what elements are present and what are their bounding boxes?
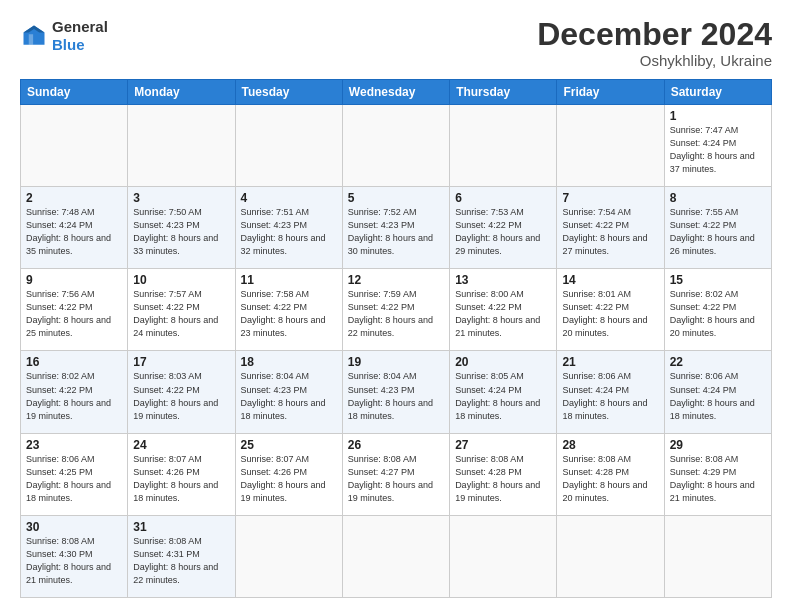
day-number: 2 <box>26 191 122 205</box>
cell-info: Sunrise: 8:01 AMSunset: 4:22 PMDaylight:… <box>562 288 658 340</box>
day-number: 9 <box>26 273 122 287</box>
calendar-cell: 31Sunrise: 8:08 AMSunset: 4:31 PMDayligh… <box>128 515 235 597</box>
day-number: 12 <box>348 273 444 287</box>
col-thursday: Thursday <box>450 80 557 105</box>
calendar-cell: 8Sunrise: 7:55 AMSunset: 4:22 PMDaylight… <box>664 187 771 269</box>
day-number: 8 <box>670 191 766 205</box>
day-number: 1 <box>670 109 766 123</box>
week-row: 16Sunrise: 8:02 AMSunset: 4:22 PMDayligh… <box>21 351 772 433</box>
cell-info: Sunrise: 8:08 AMSunset: 4:28 PMDaylight:… <box>455 453 551 505</box>
calendar-cell: 28Sunrise: 8:08 AMSunset: 4:28 PMDayligh… <box>557 433 664 515</box>
cell-info: Sunrise: 8:08 AMSunset: 4:27 PMDaylight:… <box>348 453 444 505</box>
day-number: 23 <box>26 438 122 452</box>
day-number: 25 <box>241 438 337 452</box>
cell-info: Sunrise: 7:58 AMSunset: 4:22 PMDaylight:… <box>241 288 337 340</box>
calendar-cell: 2Sunrise: 7:48 AMSunset: 4:24 PMDaylight… <box>21 187 128 269</box>
cell-info: Sunrise: 7:47 AMSunset: 4:24 PMDaylight:… <box>670 124 766 176</box>
calendar-cell: 25Sunrise: 8:07 AMSunset: 4:26 PMDayligh… <box>235 433 342 515</box>
cell-info: Sunrise: 8:04 AMSunset: 4:23 PMDaylight:… <box>241 370 337 422</box>
logo-blue-text: Blue <box>52 36 85 53</box>
cell-info: Sunrise: 8:08 AMSunset: 4:29 PMDaylight:… <box>670 453 766 505</box>
logo: General Blue <box>20 18 108 54</box>
location: Oshykhliby, Ukraine <box>537 52 772 69</box>
calendar-cell: 10Sunrise: 7:57 AMSunset: 4:22 PMDayligh… <box>128 269 235 351</box>
week-row: 23Sunrise: 8:06 AMSunset: 4:25 PMDayligh… <box>21 433 772 515</box>
day-number: 24 <box>133 438 229 452</box>
header: General Blue December 2024 Oshykhliby, U… <box>20 18 772 69</box>
day-number: 22 <box>670 355 766 369</box>
cell-info: Sunrise: 8:04 AMSunset: 4:23 PMDaylight:… <box>348 370 444 422</box>
cell-info: Sunrise: 7:48 AMSunset: 4:24 PMDaylight:… <box>26 206 122 258</box>
calendar-table: Sunday Monday Tuesday Wednesday Thursday… <box>20 79 772 598</box>
day-number: 5 <box>348 191 444 205</box>
calendar-cell <box>450 105 557 187</box>
cell-info: Sunrise: 8:02 AMSunset: 4:22 PMDaylight:… <box>26 370 122 422</box>
cell-info: Sunrise: 8:06 AMSunset: 4:24 PMDaylight:… <box>670 370 766 422</box>
day-number: 28 <box>562 438 658 452</box>
calendar-cell: 7Sunrise: 7:54 AMSunset: 4:22 PMDaylight… <box>557 187 664 269</box>
col-monday: Monday <box>128 80 235 105</box>
day-number: 14 <box>562 273 658 287</box>
calendar-cell: 12Sunrise: 7:59 AMSunset: 4:22 PMDayligh… <box>342 269 449 351</box>
calendar-cell: 16Sunrise: 8:02 AMSunset: 4:22 PMDayligh… <box>21 351 128 433</box>
calendar-cell: 18Sunrise: 8:04 AMSunset: 4:23 PMDayligh… <box>235 351 342 433</box>
cell-info: Sunrise: 7:54 AMSunset: 4:22 PMDaylight:… <box>562 206 658 258</box>
day-number: 15 <box>670 273 766 287</box>
calendar-cell: 27Sunrise: 8:08 AMSunset: 4:28 PMDayligh… <box>450 433 557 515</box>
cell-info: Sunrise: 8:06 AMSunset: 4:24 PMDaylight:… <box>562 370 658 422</box>
calendar-cell: 3Sunrise: 7:50 AMSunset: 4:23 PMDaylight… <box>128 187 235 269</box>
calendar-cell: 11Sunrise: 7:58 AMSunset: 4:22 PMDayligh… <box>235 269 342 351</box>
calendar-cell: 26Sunrise: 8:08 AMSunset: 4:27 PMDayligh… <box>342 433 449 515</box>
day-number: 20 <box>455 355 551 369</box>
week-row: 2Sunrise: 7:48 AMSunset: 4:24 PMDaylight… <box>21 187 772 269</box>
cell-info: Sunrise: 8:07 AMSunset: 4:26 PMDaylight:… <box>241 453 337 505</box>
day-number: 18 <box>241 355 337 369</box>
cell-info: Sunrise: 8:06 AMSunset: 4:25 PMDaylight:… <box>26 453 122 505</box>
calendar-cell: 9Sunrise: 7:56 AMSunset: 4:22 PMDaylight… <box>21 269 128 351</box>
cell-info: Sunrise: 8:03 AMSunset: 4:22 PMDaylight:… <box>133 370 229 422</box>
calendar-cell: 20Sunrise: 8:05 AMSunset: 4:24 PMDayligh… <box>450 351 557 433</box>
cell-info: Sunrise: 8:08 AMSunset: 4:30 PMDaylight:… <box>26 535 122 587</box>
title-block: December 2024 Oshykhliby, Ukraine <box>537 18 772 69</box>
cell-info: Sunrise: 8:02 AMSunset: 4:22 PMDaylight:… <box>670 288 766 340</box>
cell-info: Sunrise: 8:00 AMSunset: 4:22 PMDaylight:… <box>455 288 551 340</box>
calendar-cell <box>342 105 449 187</box>
calendar-cell: 22Sunrise: 8:06 AMSunset: 4:24 PMDayligh… <box>664 351 771 433</box>
logo-text: General Blue <box>52 18 108 54</box>
week-row: 1Sunrise: 7:47 AMSunset: 4:24 PMDaylight… <box>21 105 772 187</box>
day-number: 13 <box>455 273 551 287</box>
cell-info: Sunrise: 8:08 AMSunset: 4:31 PMDaylight:… <box>133 535 229 587</box>
day-number: 3 <box>133 191 229 205</box>
col-tuesday: Tuesday <box>235 80 342 105</box>
calendar-cell: 1Sunrise: 7:47 AMSunset: 4:24 PMDaylight… <box>664 105 771 187</box>
page: General Blue December 2024 Oshykhliby, U… <box>0 0 792 612</box>
day-number: 26 <box>348 438 444 452</box>
calendar-cell: 29Sunrise: 8:08 AMSunset: 4:29 PMDayligh… <box>664 433 771 515</box>
calendar-cell: 5Sunrise: 7:52 AMSunset: 4:23 PMDaylight… <box>342 187 449 269</box>
cell-info: Sunrise: 7:51 AMSunset: 4:23 PMDaylight:… <box>241 206 337 258</box>
cell-info: Sunrise: 7:53 AMSunset: 4:22 PMDaylight:… <box>455 206 551 258</box>
calendar-cell: 23Sunrise: 8:06 AMSunset: 4:25 PMDayligh… <box>21 433 128 515</box>
calendar-cell <box>21 105 128 187</box>
cell-info: Sunrise: 7:59 AMSunset: 4:22 PMDaylight:… <box>348 288 444 340</box>
calendar-cell <box>342 515 449 597</box>
day-number: 4 <box>241 191 337 205</box>
calendar-cell <box>450 515 557 597</box>
logo-general-text: General <box>52 18 108 35</box>
day-number: 17 <box>133 355 229 369</box>
calendar-cell: 4Sunrise: 7:51 AMSunset: 4:23 PMDaylight… <box>235 187 342 269</box>
header-row: Sunday Monday Tuesday Wednesday Thursday… <box>21 80 772 105</box>
col-wednesday: Wednesday <box>342 80 449 105</box>
day-number: 16 <box>26 355 122 369</box>
col-friday: Friday <box>557 80 664 105</box>
col-saturday: Saturday <box>664 80 771 105</box>
svg-rect-2 <box>29 34 33 45</box>
calendar-cell: 17Sunrise: 8:03 AMSunset: 4:22 PMDayligh… <box>128 351 235 433</box>
day-number: 10 <box>133 273 229 287</box>
day-number: 21 <box>562 355 658 369</box>
calendar-cell <box>235 105 342 187</box>
calendar-cell <box>664 515 771 597</box>
day-number: 29 <box>670 438 766 452</box>
day-number: 27 <box>455 438 551 452</box>
cell-info: Sunrise: 7:55 AMSunset: 4:22 PMDaylight:… <box>670 206 766 258</box>
